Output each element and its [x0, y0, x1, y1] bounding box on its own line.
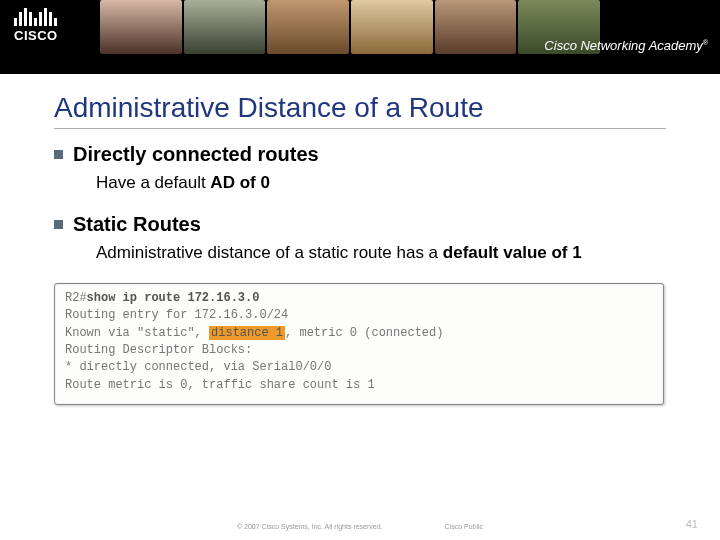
banner-people-strip — [100, 0, 600, 54]
cli-line: Route metric is 0, traffic share count i… — [65, 377, 653, 394]
page-number: 41 — [686, 518, 698, 530]
bullet-subtext: Have a default AD of 0 — [96, 172, 666, 195]
bullet-square-icon — [54, 150, 63, 159]
bullet-heading: Directly connected routes — [73, 143, 319, 166]
bullet-item: Directly connected routes — [54, 143, 666, 166]
academy-label: Cisco Networking Academy® — [544, 38, 708, 53]
cli-line: * directly connected, via Serial0/0/0 — [65, 359, 653, 376]
bullet-item: Static Routes — [54, 213, 666, 236]
cisco-logo: CISCO — [14, 6, 58, 43]
slide-content: Administrative Distance of a Route Direc… — [0, 74, 720, 405]
bullet-heading: Static Routes — [73, 213, 201, 236]
bullet-square-icon — [54, 220, 63, 229]
slide-title: Administrative Distance of a Route — [54, 92, 666, 129]
cli-line: Known via "static", distance 1, metric 0… — [65, 325, 653, 342]
footer-classification: Cisco Public — [445, 523, 484, 530]
slide-footer: © 2007 Cisco Systems, Inc. All rights re… — [0, 523, 720, 530]
cli-output-box: R2#show ip route 172.16.3.0 Routing entr… — [54, 283, 664, 405]
bullet-subtext: Administrative distance of a static rout… — [96, 242, 666, 265]
footer-copyright: © 2007 Cisco Systems, Inc. All rights re… — [237, 523, 383, 530]
cisco-logo-bars-icon — [14, 6, 57, 26]
cisco-logo-text: CISCO — [14, 28, 58, 43]
cli-line: Routing Descriptor Blocks: — [65, 342, 653, 359]
cli-command-line: R2#show ip route 172.16.3.0 — [65, 290, 653, 307]
cli-line: Routing entry for 172.16.3.0/24 — [65, 307, 653, 324]
cli-highlight: distance 1 — [209, 326, 285, 340]
slide-header: CISCO Cisco Networking Academy® — [0, 0, 720, 74]
